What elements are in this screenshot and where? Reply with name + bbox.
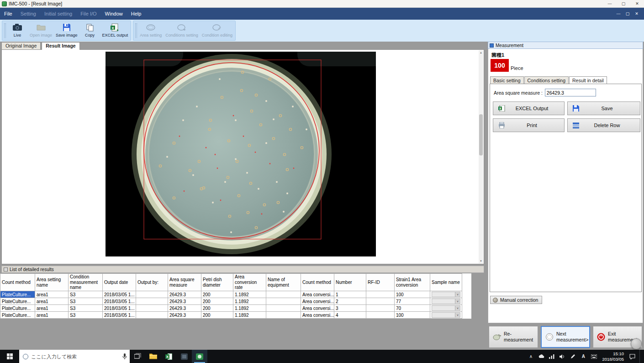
results-cell[interactable] bbox=[366, 291, 395, 298]
network-icon[interactable] bbox=[549, 353, 555, 360]
search-input[interactable] bbox=[31, 354, 120, 359]
results-column-header[interactable]: Output date bbox=[103, 274, 136, 291]
excel-output-button[interactable]: X EXCEL output bbox=[100, 21, 130, 40]
results-cell[interactable]: 200 bbox=[201, 291, 233, 298]
results-column-header[interactable]: Sample name bbox=[430, 274, 462, 291]
combo-dropdown-icon[interactable]: ˅ bbox=[455, 299, 460, 304]
results-cell[interactable]: 1.1892 bbox=[233, 305, 266, 312]
results-cell[interactable]: PlateCulture... bbox=[0, 298, 35, 305]
results-cell[interactable]: 77 bbox=[395, 298, 430, 305]
area-square-measure-input[interactable] bbox=[545, 89, 596, 96]
results-cell[interactable]: 1 bbox=[334, 291, 366, 298]
results-cell[interactable]: S3 bbox=[69, 312, 103, 319]
menu-help[interactable]: Help bbox=[127, 8, 146, 20]
close-button[interactable]: ✕ bbox=[630, 0, 644, 7]
results-column-header[interactable]: Petri dish diameter bbox=[201, 274, 233, 291]
results-cell[interactable]: 1.1892 bbox=[233, 312, 266, 319]
results-cell[interactable]: ˅ bbox=[430, 291, 462, 298]
manual-correction-button[interactable]: Manual correction bbox=[490, 296, 542, 304]
floating-widget-button[interactable] bbox=[631, 338, 642, 349]
cloud-icon[interactable] bbox=[538, 353, 544, 360]
results-cell[interactable] bbox=[266, 291, 301, 298]
task-view-button[interactable] bbox=[130, 350, 145, 363]
results-cell[interactable] bbox=[136, 305, 168, 312]
tab-result-image[interactable]: Result Image bbox=[42, 42, 79, 50]
results-cell[interactable]: Area conversi... bbox=[301, 312, 334, 319]
app-dark-button[interactable] bbox=[176, 350, 192, 363]
results-column-header[interactable]: Area setting name bbox=[35, 274, 69, 291]
results-cell[interactable] bbox=[366, 305, 395, 312]
results-cell[interactable]: S3 bbox=[69, 291, 103, 298]
results-cell[interactable]: PlateCulture... bbox=[0, 312, 35, 319]
results-cell[interactable] bbox=[266, 298, 301, 305]
next-measurement-button[interactable]: Nextmeasurement> bbox=[541, 326, 590, 348]
action-center-icon[interactable] bbox=[629, 353, 635, 360]
mdi-minimize-button[interactable]: — bbox=[615, 11, 622, 16]
image-vertical-scrollbar[interactable]: ▲ ▼ bbox=[479, 50, 483, 263]
results-cell[interactable]: 2018/03/05 1... bbox=[103, 312, 136, 319]
results-cell[interactable]: ˅ bbox=[430, 298, 462, 305]
results-cell[interactable]: 26429.3 bbox=[168, 305, 201, 312]
results-cell[interactable]: 200 bbox=[201, 298, 233, 305]
imc500-taskbar-button[interactable] bbox=[192, 350, 207, 363]
combo-dropdown-icon[interactable]: ˅ bbox=[455, 306, 460, 310]
results-cell[interactable]: Area conversi... bbox=[301, 305, 334, 312]
results-cell[interactable]: ˅ bbox=[430, 312, 462, 319]
file-explorer-button[interactable] bbox=[145, 350, 161, 363]
mdi-restore-button[interactable]: ▢ bbox=[624, 11, 631, 16]
print-panel-button[interactable]: Print bbox=[493, 118, 565, 132]
tab-basic-setting[interactable]: Basic setting bbox=[490, 76, 524, 84]
results-column-header[interactable]: Count method bbox=[301, 274, 334, 291]
results-cell[interactable] bbox=[366, 298, 395, 305]
excel-taskbar-button[interactable]: X bbox=[161, 350, 176, 363]
excel-output-panel-button[interactable]: X EXCEL Output bbox=[493, 101, 565, 115]
ime-keyboard-icon[interactable] bbox=[591, 353, 597, 360]
results-column-header[interactable]: Name of equipment bbox=[266, 274, 301, 291]
results-cell[interactable]: area1 bbox=[35, 305, 69, 312]
results-cell[interactable] bbox=[266, 312, 301, 319]
tab-conditions-setting[interactable]: Conditions setting bbox=[524, 76, 569, 84]
results-cell[interactable]: PlateCulture... bbox=[0, 291, 35, 298]
tab-original-image[interactable]: Original Image bbox=[1, 42, 41, 50]
results-cell[interactable]: 4 bbox=[334, 312, 366, 319]
tab-result-in-detail[interactable]: Result in detail bbox=[569, 76, 607, 84]
pen-icon[interactable] bbox=[570, 353, 576, 360]
save-image-button[interactable]: Save image bbox=[54, 21, 79, 40]
results-cell[interactable]: 200 bbox=[201, 305, 233, 312]
results-cell[interactable]: 2018/03/05 1... bbox=[103, 298, 136, 305]
copy-button[interactable]: Copy bbox=[79, 21, 100, 40]
start-button[interactable] bbox=[0, 350, 19, 363]
results-cell[interactable]: 26429.3 bbox=[168, 291, 201, 298]
results-cell[interactable]: 100 bbox=[395, 312, 430, 319]
mdi-close-button[interactable]: ✕ bbox=[633, 11, 640, 16]
menu-window[interactable]: Window bbox=[101, 8, 127, 20]
re-measurement-button[interactable]: Re-measurement bbox=[489, 326, 538, 348]
scrollbar-thumb[interactable] bbox=[479, 114, 483, 155]
results-cell[interactable] bbox=[366, 312, 395, 319]
results-cell[interactable]: 1.1892 bbox=[233, 291, 266, 298]
microphone-icon[interactable] bbox=[122, 353, 127, 360]
results-cell[interactable]: area1 bbox=[35, 291, 69, 298]
sample-name-combo[interactable]: ˅ bbox=[432, 292, 460, 297]
results-cell[interactable] bbox=[136, 312, 168, 319]
results-cell[interactable]: 2018/03/05 1... bbox=[103, 291, 136, 298]
delete-row-panel-button[interactable]: Delete Row bbox=[567, 118, 640, 132]
results-cell[interactable]: Area conversi... bbox=[301, 291, 334, 298]
results-column-header[interactable]: Number bbox=[334, 274, 366, 291]
chevron-up-icon[interactable]: ∧ bbox=[528, 353, 534, 360]
results-column-header[interactable]: Output by: bbox=[136, 274, 168, 291]
sample-name-combo[interactable]: ˅ bbox=[432, 305, 460, 311]
results-cell[interactable]: 1.1892 bbox=[233, 298, 266, 305]
results-cell[interactable]: 26429.3 bbox=[168, 312, 201, 319]
results-cell[interactable]: 70 bbox=[395, 305, 430, 312]
results-cell[interactable]: 26429.3 bbox=[168, 298, 201, 305]
taskbar-search[interactable] bbox=[19, 350, 130, 363]
results-cell[interactable] bbox=[136, 298, 168, 305]
live-button[interactable]: Live bbox=[7, 21, 28, 40]
results-column-header[interactable]: RF-ID bbox=[366, 274, 395, 291]
combo-dropdown-icon[interactable]: ˅ bbox=[455, 313, 460, 317]
results-cell[interactable]: 2 bbox=[334, 298, 366, 305]
results-cell[interactable]: 100 bbox=[395, 291, 430, 298]
results-cell[interactable]: ˅ bbox=[430, 305, 462, 312]
results-cell[interactable] bbox=[266, 305, 301, 312]
